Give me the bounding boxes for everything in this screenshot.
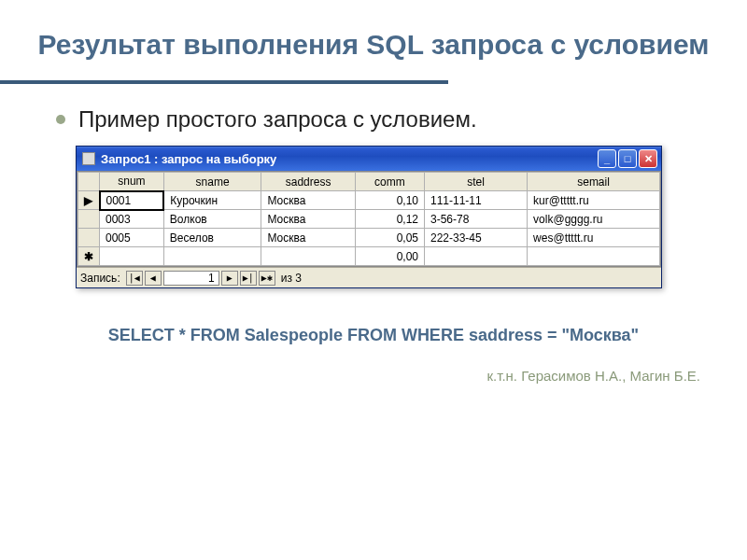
cell[interactable] [528, 247, 660, 266]
table-row[interactable]: 0005 Веселов Москва 0,05 222-33-45 wes@t… [78, 229, 660, 247]
datasheet-grid[interactable]: snum sname saddress comm stel semail ▶ 0… [77, 171, 661, 267]
cell[interactable]: wes@ttttt.ru [528, 229, 660, 247]
col-header-snum[interactable]: snum [100, 173, 164, 191]
cell[interactable]: Курочкин [163, 191, 261, 210]
cell[interactable]: 0,12 [355, 210, 424, 229]
row-selector[interactable] [78, 210, 100, 229]
nav-label: Запись: [80, 272, 120, 285]
cell[interactable]: Волков [163, 210, 261, 229]
cell[interactable] [261, 247, 355, 266]
nav-first-button[interactable]: |◀ [126, 271, 143, 286]
slide-footer: к.т.н. Герасимов Н.А., Магин Б.Е. [0, 368, 747, 384]
access-window: Запрос1 : запрос на выборку _ □ ✕ snum s… [76, 146, 662, 288]
cell[interactable]: volk@gggg.ru [528, 210, 660, 229]
cell[interactable]: Москва [261, 210, 355, 229]
row-selector[interactable]: ▶ [78, 191, 100, 210]
cell[interactable] [424, 247, 527, 266]
titlebar: Запрос1 : запрос на выборку _ □ ✕ [77, 147, 661, 171]
row-selector[interactable]: ✱ [78, 247, 100, 266]
cell[interactable]: 0005 [100, 229, 164, 247]
cell[interactable]: Москва [261, 229, 355, 247]
minimize-button[interactable]: _ [598, 149, 616, 168]
cell[interactable]: Веселов [163, 229, 261, 247]
corner-header[interactable] [78, 173, 100, 191]
close-button[interactable]: ✕ [639, 149, 657, 168]
divider [0, 80, 448, 84]
cell[interactable]: kur@ttttt.ru [528, 191, 660, 210]
col-header-comm[interactable]: comm [355, 173, 424, 191]
nav-next-button[interactable]: ▶ [221, 271, 238, 286]
cell[interactable]: 3-56-78 [424, 210, 527, 229]
nav-new-button[interactable]: ▶✱ [259, 271, 275, 286]
window-title: Запрос1 : запрос на выборку [101, 152, 598, 166]
nav-prev-button[interactable]: ◀ [145, 271, 162, 286]
bullet-icon [56, 115, 65, 124]
cell[interactable]: 0,05 [355, 229, 424, 247]
bullet-item: Пример простого запроса с условием. [0, 106, 747, 133]
cell[interactable]: 111-11-11 [424, 191, 527, 210]
col-header-saddress[interactable]: saddress [261, 173, 355, 191]
col-header-sname[interactable]: sname [163, 173, 261, 191]
app-icon [82, 152, 95, 165]
bullet-text: Пример простого запроса с условием. [78, 106, 477, 133]
cell[interactable]: 222-33-45 [424, 229, 527, 247]
nav-last-button[interactable]: ▶| [240, 271, 257, 286]
cell[interactable]: 0001 [100, 191, 164, 210]
nav-record-field[interactable]: 1 [163, 271, 219, 286]
cell[interactable]: 0,10 [355, 191, 424, 210]
cell[interactable]: 0003 [100, 210, 164, 229]
col-header-semail[interactable]: semail [528, 173, 660, 191]
cell[interactable] [163, 247, 261, 266]
record-navigator: Запись: |◀ ◀ 1 ▶ ▶| ▶✱ из 3 [77, 267, 661, 287]
table-row[interactable]: ▶ 0001 Курочкин Москва 0,10 111-11-11 ku… [78, 191, 660, 210]
cell[interactable]: Москва [261, 191, 355, 210]
maximize-button[interactable]: □ [618, 149, 637, 168]
row-selector[interactable] [78, 229, 100, 247]
slide-title: Результат выполнения SQL запроса с услов… [0, 28, 747, 62]
cell[interactable]: 0,00 [355, 247, 424, 266]
sql-statement: SELECT * FROM Salespeople FROM WHERE sad… [0, 326, 747, 345]
nav-count: из 3 [281, 272, 302, 285]
table-row[interactable]: 0003 Волков Москва 0,12 3-56-78 volk@ggg… [78, 210, 660, 229]
col-header-stel[interactable]: stel [424, 173, 527, 191]
cell[interactable] [100, 247, 164, 266]
table-row-new[interactable]: ✱ 0,00 [78, 247, 660, 266]
